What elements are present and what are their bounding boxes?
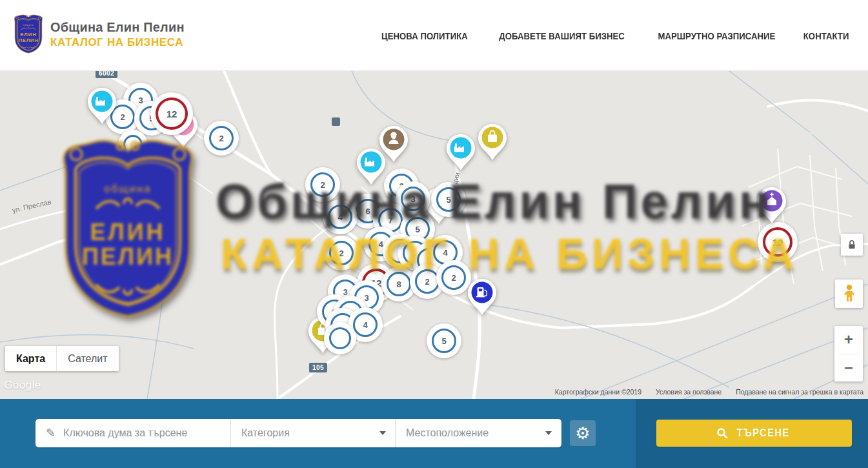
- search-form: ✎ Категория Местоположение: [35, 419, 561, 447]
- search-button[interactable]: ТЪРСЕНЕ: [656, 420, 852, 447]
- category-select-label: Категория: [241, 427, 379, 439]
- map-viewport[interactable]: 6002 105 ул. Преслав бул. „Новоселци" ци…: [0, 71, 868, 399]
- nav-item-pricing[interactable]: ЦЕНОВА ПОЛИТИКА: [381, 30, 468, 41]
- keyword-input[interactable]: [63, 427, 212, 439]
- logo-title: Община Елин Пелин: [50, 20, 185, 35]
- nav-item-contacts[interactable]: КОНТАКТИ: [803, 30, 849, 41]
- search-button-label: ТЪРСЕНЕ: [737, 427, 790, 439]
- map-type-map-button[interactable]: Карта: [5, 346, 56, 371]
- google-logo[interactable]: Google: [4, 379, 41, 392]
- pegman-icon: [842, 284, 856, 303]
- terms-link[interactable]: Условия за ползване: [656, 388, 722, 396]
- cluster-marker[interactable]: [118, 130, 148, 159]
- zoom-in-button[interactable]: +: [834, 326, 863, 354]
- search-icon: [716, 427, 728, 439]
- svg-text:ЕЛИН: ЕЛИН: [20, 32, 37, 37]
- nav-item-add-business[interactable]: ДОБАВЕТЕ ВАШИЯТ БИЗНЕС: [499, 30, 625, 41]
- cluster-marker[interactable]: 5: [427, 323, 461, 358]
- nav-item-transport-schedule[interactable]: МАРШРУТНО РАЗПИСАНИЕ: [658, 30, 775, 41]
- chevron-down-icon: [545, 431, 552, 435]
- logo-subtitle: КАТАЛОГ НА БИЗНЕСА: [50, 36, 185, 49]
- cluster-marker[interactable]: 12: [150, 92, 193, 135]
- municipality-crest-icon: община ЕЛИН ПЕЛИН: [13, 14, 44, 55]
- cluster-marker[interactable]: [324, 322, 356, 354]
- svg-text:ПЕЛИН: ПЕЛИН: [19, 37, 39, 43]
- zoom-control: + −: [834, 326, 863, 382]
- cluster-marker[interactable]: 10: [758, 222, 798, 262]
- map-type-satellite-button[interactable]: Сателит: [56, 346, 118, 371]
- svg-text:община: община: [23, 24, 34, 26]
- advanced-search-button[interactable]: ⚙: [570, 420, 596, 446]
- map-type-control: Карта Сателит: [5, 346, 119, 371]
- markers-layer: 3251222235647542278412822333834510: [0, 71, 868, 399]
- main-nav: ЦЕНОВА ПОЛИТИКА ДОБАВЕТЕ ВАШИЯТ БИЗНЕС М…: [359, 0, 852, 71]
- church-pin-marker[interactable]: [757, 187, 787, 224]
- logo-text: Община Елин Пелин КАТАЛОГ НА БИЗНЕСА: [50, 20, 185, 49]
- map-attribution: Картографски данни ©2019 Условия за полз…: [555, 388, 863, 396]
- location-select[interactable]: Местоположение: [396, 419, 561, 447]
- map-copyright: Картографски данни ©2019: [555, 388, 641, 396]
- street-view-pegman-button[interactable]: [835, 280, 863, 308]
- cluster-marker[interactable]: 2: [204, 121, 239, 156]
- worker-pin-marker[interactable]: [379, 125, 409, 163]
- category-select[interactable]: Категория: [231, 419, 396, 447]
- factory-pin-marker[interactable]: [87, 87, 117, 125]
- cluster-marker[interactable]: 4: [323, 199, 358, 234]
- gear-icon: ⚙: [575, 425, 590, 442]
- header: община ЕЛИН ПЕЛИН Община Елин Пелин КАТА…: [0, 0, 868, 71]
- lock-icon: [845, 238, 858, 251]
- bag-pin-marker[interactable]: [478, 123, 507, 161]
- fuel-pin-marker[interactable]: [467, 278, 497, 316]
- location-select-label: Местоположение: [406, 427, 545, 439]
- factory-pin-marker[interactable]: [446, 134, 476, 171]
- keyword-section: ✎: [35, 419, 231, 447]
- scroll-lock-button[interactable]: [841, 234, 863, 256]
- zoom-out-button[interactable]: −: [834, 354, 863, 382]
- cluster-marker[interactable]: 2: [305, 167, 340, 202]
- cluster-marker[interactable]: 2: [324, 236, 359, 270]
- logo-link[interactable]: община ЕЛИН ПЕЛИН Община Елин Пелин КАТА…: [13, 14, 185, 55]
- cluster-marker[interactable]: 2: [436, 260, 471, 295]
- search-bar: ✎ Категория Местоположение ⚙ ТЪРСЕНЕ: [0, 399, 868, 468]
- pencil-icon: ✎: [46, 426, 56, 440]
- report-error-link[interactable]: Подаване на сигнал за грешка в картата: [736, 388, 863, 396]
- chevron-down-icon: [379, 431, 386, 435]
- cluster-marker[interactable]: 5: [431, 182, 466, 217]
